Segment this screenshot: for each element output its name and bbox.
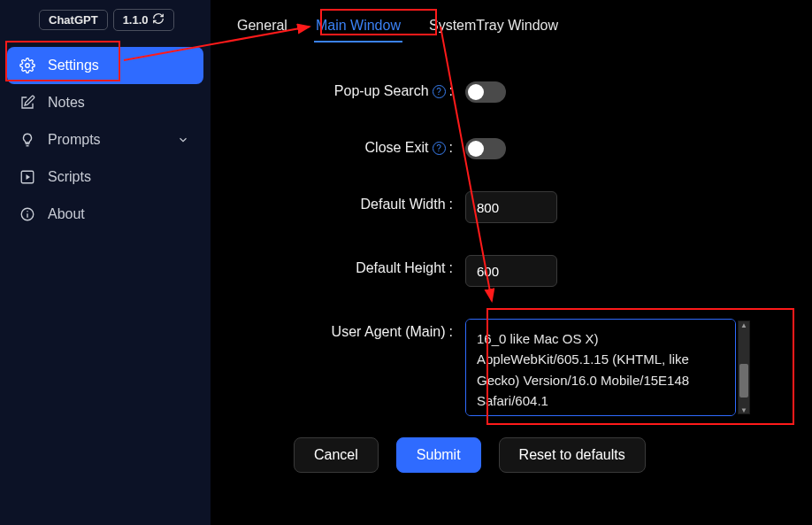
toggle-knob [468,84,484,100]
sidebar-item-label: About [48,206,85,222]
bulb-icon [19,132,35,148]
sidebar-item-about[interactable]: About [7,196,203,233]
sidebar-item-label: Settings [48,58,99,73]
scrollbar[interactable]: ▲ ▼ [738,320,750,414]
play-square-icon [19,169,35,185]
row-default-height: Default Height: [235,255,787,287]
reset-button[interactable]: Reset to defaults [499,437,646,473]
row-default-width: Default Width: [235,191,787,223]
tab-main-window[interactable]: Main Window [314,14,402,42]
row-popup-search: Pop-up Search ? : [235,78,787,103]
default-height-input[interactable] [465,255,557,287]
topbar: ChatGPT 1.1.0 [0,0,211,40]
gear-icon [19,58,35,73]
sidebar-item-notes[interactable]: Notes [7,84,203,121]
info-icon [19,206,35,222]
tabs: General Main Window SystemTray Window [211,0,812,42]
settings-form: Pop-up Search ? : Close Exit ? : Default… [211,42,812,473]
submit-button[interactable]: Submit [396,437,481,473]
action-buttons: Cancel Submit Reset to defaults [235,437,787,473]
user-agent-input[interactable] [465,319,736,416]
edit-icon [19,95,35,111]
version-label: 1.1.0 [123,13,149,27]
svg-point-5 [27,211,28,212]
nav-list: Settings Notes Prompts Scripts [0,40,211,240]
tab-general[interactable]: General [235,14,289,42]
sidebar-item-scripts[interactable]: Scripts [7,158,203,196]
popup-search-label: Pop-up Search ? : [235,78,465,99]
sidebar-item-prompts[interactable]: Prompts [7,121,203,158]
svg-marker-2 [27,174,31,180]
toggle-knob [468,141,484,157]
user-agent-wrap: ▲ ▼ [465,319,750,420]
tab-systemtray-window[interactable]: SystemTray Window [427,14,560,42]
sidebar: ChatGPT 1.1.0 Settings Notes Prompts [0,0,211,525]
default-width-input[interactable] [465,191,557,223]
close-exit-toggle[interactable] [465,138,506,159]
scrollbar-down-icon[interactable]: ▼ [739,405,749,414]
default-width-label: Default Width: [235,191,465,212]
row-user-agent: User Agent (Main): ▲ ▼ [235,319,787,420]
close-exit-label: Close Exit ? : [235,135,465,156]
scrollbar-up-icon[interactable]: ▲ [739,320,749,329]
sidebar-item-label: Scripts [48,169,91,185]
refresh-icon [152,12,165,27]
content-area: General Main Window SystemTray Window Po… [211,0,812,525]
sidebar-item-settings[interactable]: Settings [7,47,203,84]
scrollbar-thumb[interactable] [739,364,748,398]
default-height-label: Default Height: [235,255,465,276]
popup-search-toggle[interactable] [465,81,506,103]
version-pill[interactable]: 1.1.0 [113,9,174,31]
svg-point-0 [26,64,30,68]
user-agent-label: User Agent (Main): [235,319,465,340]
sidebar-item-label: Prompts [48,132,101,148]
help-icon[interactable]: ? [433,142,446,155]
row-close-exit: Close Exit ? : [235,135,787,159]
chevron-down-icon [175,132,191,148]
cancel-button[interactable]: Cancel [294,437,379,473]
sidebar-item-label: Notes [48,95,85,111]
app-name-pill[interactable]: ChatGPT [39,10,108,30]
help-icon[interactable]: ? [433,85,446,98]
